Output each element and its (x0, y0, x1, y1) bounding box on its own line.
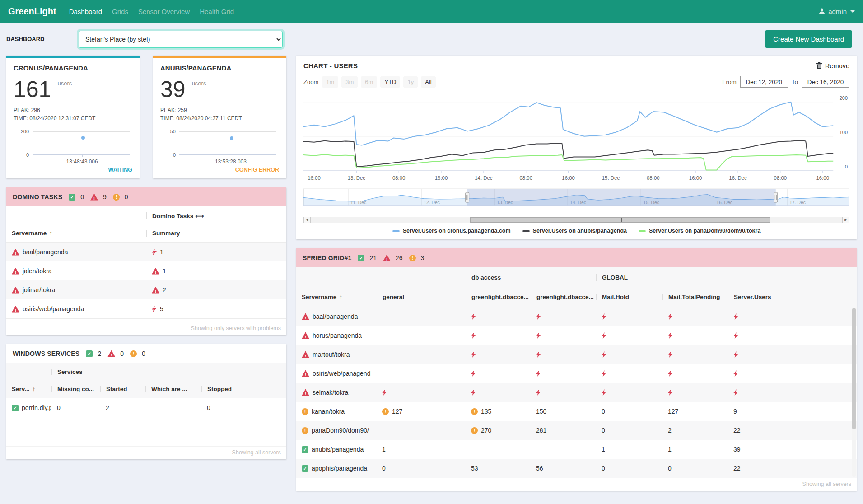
zoom-range-button[interactable]: 1m (322, 76, 338, 88)
col-servername[interactable]: Servername↑ (6, 230, 146, 237)
dashboard-label: DASHBOARD (6, 36, 79, 42)
server-name: kanan/tokra (312, 408, 345, 415)
cell-icon (471, 313, 476, 320)
table-row[interactable]: osiris/web/panagend (296, 364, 857, 383)
to-date-input[interactable] (802, 76, 849, 88)
chevron-down-icon (850, 10, 855, 13)
grid-group-header: db access GLOBAL (296, 267, 857, 287)
server-title: ANUBIS/PANAGENDA (160, 64, 279, 72)
nav-link[interactable]: Sensor Overview (138, 8, 190, 15)
peak-time-info: PEAK: 259TIME: 08/24/2020 04:37:11 CEDT (160, 106, 279, 122)
table-row[interactable]: osiris/web/panagenda 5 (6, 299, 286, 318)
nav-link[interactable]: Dashboard (69, 8, 102, 15)
zoom-range-button[interactable]: 3m (341, 76, 358, 88)
users-unit: users (57, 80, 72, 87)
create-dashboard-button[interactable]: Create New Dashboard (765, 30, 852, 48)
cell-icon (668, 313, 673, 320)
svg-text:08:00: 08:00 (392, 175, 406, 181)
to-label: To (792, 79, 798, 85)
table-row[interactable]: panaDom90/dom90/ 270 281 0 2 22 (296, 421, 857, 440)
table-row[interactable]: horus/panagenda (296, 326, 857, 345)
check-icon (86, 350, 93, 357)
col-stopped[interactable]: Stopped (201, 386, 286, 392)
chart-users-panel: CHART - USERS Remove Zoom 1m3m6mYTD1yAll… (296, 56, 857, 239)
table-row[interactable]: apophis/panagenda 0 53 56 0 0 22 (296, 459, 857, 478)
table-row[interactable]: martouf/tokra (296, 345, 857, 364)
cell-icon (668, 370, 673, 377)
col-started[interactable]: Started (100, 386, 145, 392)
col-greenlight-1[interactable]: greenlight.dbacce... (466, 294, 531, 300)
server-name: jolinar/tokra (23, 286, 55, 294)
grid-vertical-scrollbar[interactable] (852, 308, 856, 477)
from-date-input[interactable] (740, 76, 788, 88)
sfried-grid-header: SFRIED GRID#1 21 26 3 (296, 248, 857, 267)
cell-icon (733, 351, 738, 358)
server-status-icon (12, 249, 19, 256)
zoom-range-button[interactable]: YTD (380, 76, 400, 88)
error-badge: 9 (90, 193, 107, 201)
group-label[interactable]: Services (51, 369, 201, 375)
legend-item[interactable]: Server.Users on anubis/panagenda (522, 228, 627, 234)
chart-navigator[interactable]: 11. Dec12. Dec13. Dec14. Dec15. Dec16. D… (303, 188, 849, 214)
col-server-users[interactable]: Server.Users (728, 294, 857, 300)
server-name: jalen/tokra (23, 267, 52, 275)
remove-chart-button[interactable]: Remove (816, 62, 849, 70)
scrollbar-track[interactable] (311, 217, 842, 223)
from-label: From (722, 79, 737, 85)
stat-card[interactable]: ANUBIS/PANAGENDA39usersPEAK: 259TIME: 08… (153, 56, 286, 178)
group-global[interactable]: GLOBAL (596, 274, 857, 281)
col-servername[interactable]: Servername↑ (296, 294, 377, 300)
scroll-left-button[interactable]: ◀ (303, 217, 311, 223)
server-name: martouf/tokra (313, 351, 350, 358)
stat-card[interactable]: CRONUS/PANAGENDA161usersPEAK: 296TIME: 0… (6, 56, 140, 178)
domino-group-header: Domino Tasks ⟷ (6, 207, 286, 224)
nav-link[interactable]: Grids (112, 8, 128, 15)
user-menu[interactable]: admin (818, 8, 855, 15)
scrollbar-thumb[interactable] (852, 308, 856, 429)
col-greenlight-2[interactable]: greenlight.dbacce... (531, 294, 596, 300)
error-triangle-icon (90, 194, 98, 201)
col-mail-totalpending[interactable]: Mail.TotalPending (662, 294, 728, 300)
legend-item[interactable]: Server.Users on cronus.panagenda.com (392, 228, 511, 234)
table-row[interactable]: baal/panagenda (296, 307, 857, 326)
svg-text:16:00: 16:00 (435, 175, 448, 181)
table-row[interactable]: kanan/tokra 127 135 150 0 127 9 (296, 402, 857, 421)
col-which[interactable]: Which are ... (145, 386, 201, 392)
server-status-icon (302, 332, 309, 339)
table-footer-note: Showing all servers (6, 447, 286, 459)
scroll-right-button[interactable]: ▶ (842, 217, 849, 223)
server-name: selmak/tokra (313, 389, 348, 396)
legend-item[interactable]: Server.Users on panaDom90/dom90/tokra (639, 228, 760, 234)
zoom-range-button[interactable]: 1y (403, 76, 418, 88)
col-mail-hold[interactable]: Mail.Hold (596, 294, 662, 300)
cell-icon (536, 389, 541, 396)
zoom-range-button[interactable]: 6m (361, 76, 377, 88)
scrollbar-thumb[interactable] (470, 217, 770, 223)
col-summary[interactable]: Summary (146, 230, 286, 237)
users-value: 161 (14, 78, 51, 101)
server-name: perrin.diy.pa (22, 404, 51, 411)
table-row[interactable]: perrin.diy.pa 0 2 0 (6, 398, 286, 417)
panel-title: WINDOWS SERVICES (13, 350, 79, 357)
ok-badge: 21 (358, 254, 377, 261)
table-row[interactable]: jolinar/tokra 2 (6, 280, 286, 299)
nav-link[interactable]: Health Grid (200, 8, 234, 15)
status-badge: CONFIG ERROR (160, 165, 279, 174)
error-badge: 0 (107, 350, 124, 357)
cell-icon (602, 313, 606, 320)
users-line-chart[interactable]: 010020016:0013. Dec08:0016:0014. Dec08:0… (303, 93, 849, 186)
table-row[interactable]: baal/panagenda 1 (6, 243, 286, 261)
table-row[interactable]: anubis/panagenda 1 1 1 39 (296, 440, 857, 459)
svg-text:16. Dec: 16. Dec (729, 175, 747, 181)
table-row[interactable]: selmak/tokra (296, 383, 857, 402)
server-status-icon (12, 405, 19, 411)
group-label[interactable]: Domino Tasks ⟷ (146, 212, 286, 219)
group-db-access[interactable]: db access (466, 274, 596, 281)
zoom-range-button[interactable]: All (421, 76, 435, 88)
table-row[interactable]: jalen/tokra 1 (6, 261, 286, 280)
server-status-icon (302, 313, 309, 320)
dashboard-select[interactable]: Stefan's Place (by stef) (79, 31, 283, 48)
col-missing[interactable]: Missing co... (51, 386, 100, 392)
col-general[interactable]: general (377, 294, 466, 300)
col-server[interactable]: Serv...↑ (6, 386, 51, 392)
